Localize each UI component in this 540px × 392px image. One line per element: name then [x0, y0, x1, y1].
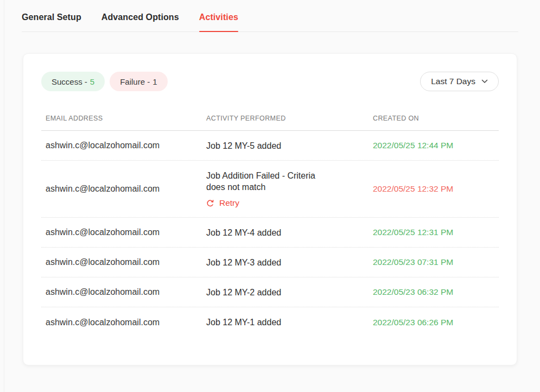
column-header-activity: ACTIVITY PERFORMED — [202, 115, 369, 130]
table-row: ashwin.c@localzohomail.com Job 12 MY-3 a… — [41, 248, 499, 277]
panel-edge-divider — [4, 0, 4, 392]
email-cell: ashwin.c@localzohomail.com — [41, 141, 202, 150]
success-count-badge: Success - 5 — [41, 72, 105, 91]
column-header-created: CREATED ON — [369, 115, 499, 130]
activity-cell: Job 12 MY-5 added — [202, 140, 369, 151]
activity-cell: Job Addition Failed - Criteria does not … — [202, 170, 369, 208]
created-on-cell: 2022/05/25 12:32 PM — [369, 184, 499, 194]
tabs-bar: General Setup Advanced Options Activitie… — [22, 0, 518, 32]
created-on-cell: 2022/05/23 06:32 PM — [369, 287, 499, 297]
table-row: ashwin.c@localzohomail.com Job 12 MY-1 a… — [41, 307, 499, 337]
failure-count-badge: Failure - 1 — [110, 72, 167, 91]
table-row: ashwin.c@localzohomail.com Job Addition … — [41, 161, 499, 218]
email-cell: ashwin.c@localzohomail.com — [41, 318, 202, 327]
tab-general-setup[interactable]: General Setup — [22, 12, 81, 31]
activities-toolbar: Success - 5 Failure - 1 Last 7 Days — [41, 72, 499, 91]
tab-advanced-options[interactable]: Advanced Options — [101, 12, 179, 31]
success-badge-label: Success - — [52, 77, 87, 86]
activity-cell: Job 12 MY-2 added — [202, 287, 369, 298]
failure-badge-label: Failure - — [120, 77, 150, 86]
table-row: ashwin.c@localzohomail.com Job 12 MY-2 a… — [41, 277, 499, 307]
created-on-cell: 2022/05/23 06:26 PM — [369, 318, 499, 327]
retry-label: Retry — [219, 198, 239, 208]
retry-button[interactable]: Retry — [206, 198, 239, 208]
tab-activities[interactable]: Activities — [199, 12, 238, 31]
activity-cell: Job 12 MY-3 added — [202, 257, 369, 268]
activities-table: EMAIL ADDRESS ACTIVITY PERFORMED CREATED… — [41, 115, 499, 337]
date-range-dropdown[interactable]: Last 7 Days — [420, 72, 499, 91]
success-badge-count: 5 — [90, 77, 94, 86]
email-cell: ashwin.c@localzohomail.com — [41, 227, 202, 237]
activity-failure-text: Job Addition Failed - Criteria does not … — [206, 170, 332, 193]
email-cell: ashwin.c@localzohomail.com — [41, 287, 202, 297]
email-cell: ashwin.c@localzohomail.com — [41, 184, 202, 194]
table-row: ashwin.c@localzohomail.com Job 12 MY-5 a… — [41, 131, 499, 161]
created-on-cell: 2022/05/23 07:31 PM — [369, 257, 499, 267]
email-cell: ashwin.c@localzohomail.com — [41, 257, 202, 267]
table-header-row: EMAIL ADDRESS ACTIVITY PERFORMED CREATED… — [41, 115, 499, 131]
chevron-down-icon — [481, 79, 488, 84]
failure-badge-count: 1 — [153, 77, 157, 86]
activities-panel: Success - 5 Failure - 1 Last 7 Days EMAI… — [23, 53, 517, 365]
retry-refresh-icon — [206, 199, 214, 207]
table-row: ashwin.c@localzohomail.com Job 12 MY-4 a… — [41, 218, 499, 248]
column-header-email: EMAIL ADDRESS — [41, 115, 202, 130]
created-on-cell: 2022/05/25 12:44 PM — [369, 141, 499, 150]
activity-cell: Job 12 MY-4 added — [202, 227, 369, 238]
created-on-cell: 2022/05/25 12:31 PM — [369, 227, 499, 237]
date-range-label: Last 7 Days — [431, 77, 475, 86]
activity-cell: Job 12 MY-1 added — [202, 317, 369, 328]
